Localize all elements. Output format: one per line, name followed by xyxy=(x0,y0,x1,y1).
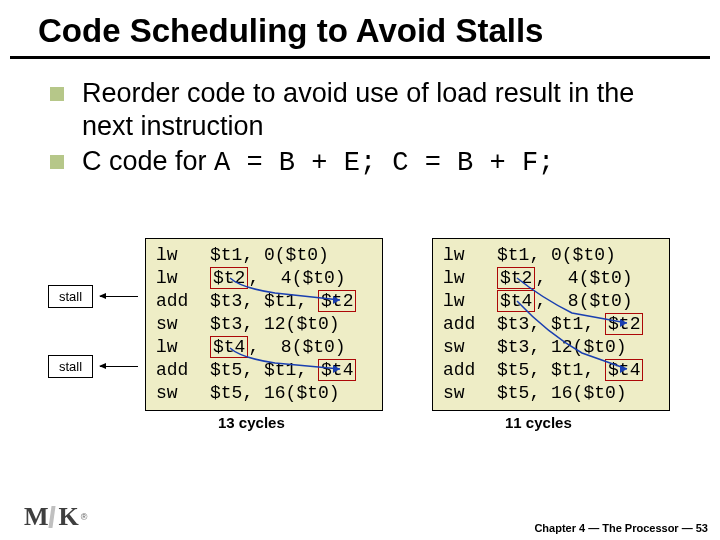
cycle-count-left: 13 cycles xyxy=(218,414,285,431)
publisher-logo: MK® xyxy=(24,502,87,532)
code-block-original: lw $t1, 0($t0) lw $t2, 4($t0) add $t3, $… xyxy=(145,238,383,411)
stall-label: stall xyxy=(48,355,93,378)
arrow-icon xyxy=(100,366,138,367)
slide-title: Code Scheduling to Avoid Stalls xyxy=(38,12,710,50)
code-block-reordered: lw $t1, 0($t0) lw $t2, 4($t0) lw $t4, 8(… xyxy=(432,238,670,411)
footer-text: Chapter 4 — The Processor — 53 xyxy=(534,522,708,534)
bullet-marker-icon xyxy=(50,155,64,169)
stall-label: stall xyxy=(48,285,93,308)
bullet-list: Reorder code to avoid use of load result… xyxy=(50,77,692,180)
bullet-text: C code for A = B + E; C = B + F; xyxy=(82,145,554,180)
bullet-text: Reorder code to avoid use of load result… xyxy=(82,77,692,143)
cycle-count-right: 11 cycles xyxy=(505,414,572,431)
bullet-marker-icon xyxy=(50,87,64,101)
arrow-icon xyxy=(100,296,138,297)
